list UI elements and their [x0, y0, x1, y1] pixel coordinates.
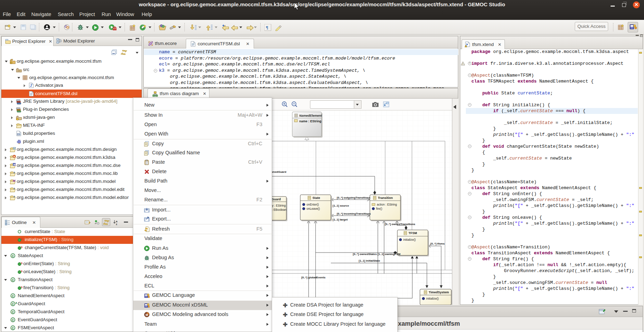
svg-text:Transition: Transition [378, 196, 393, 200]
svg-text:[1..1] target: [1..1] target [333, 218, 348, 221]
svg-text:C: C [12, 294, 14, 298]
svg-text:!: ! [466, 45, 466, 47]
svg-text:S: S [21, 246, 23, 249]
svg-text:M: M [14, 163, 16, 166]
svg-text:J: J [13, 187, 15, 190]
svg-text:onLeave(): onLeave() [307, 207, 320, 210]
svg-text:initialize(): initialize() [426, 297, 439, 300]
svg-text:[0..*] globalEvents: [0..*] globalEvents [301, 276, 326, 279]
svg-text:S: S [21, 286, 23, 289]
svg-text:C: C [12, 302, 14, 306]
svg-text:k: k [14, 155, 15, 158]
svg-text:C: C [12, 254, 14, 258]
svg-text:!: ! [11, 62, 11, 64]
svg-text:M: M [13, 179, 16, 183]
svg-text:State: State [312, 196, 320, 200]
svg-text:C: C [12, 318, 14, 322]
svg-text:[0..*] outgoingTransitions: [0..*] outgoingTransitions [337, 196, 371, 199]
svg-text:S: S [21, 262, 23, 265]
svg-text:[1..1] initialState: [1..1] initialState [359, 259, 380, 262]
svg-text:M: M [146, 313, 148, 316]
svg-text:C: C [12, 278, 14, 282]
svg-text:[0..*] ownedTransitions: [0..*] ownedTransitions [385, 223, 415, 226]
svg-text:fire(): fire() [376, 207, 382, 210]
svg-text:name : EString: name : EString [299, 119, 321, 123]
svg-text:NamedElement: NamedElement [299, 114, 322, 117]
svg-text:C: C [12, 326, 14, 330]
svg-text:!: ! [462, 62, 463, 65]
svg-text:[0..*] incomingTransitions: [0..*] incomingTransitions [337, 212, 371, 215]
svg-text:S: S [21, 270, 23, 273]
svg-text:initialize(): initialize() [403, 238, 416, 241]
svg-text:z: z [116, 223, 117, 225]
svg-text:C: C [12, 310, 14, 314]
svg-text:action : EString: action : EString [377, 203, 397, 206]
svg-text:S: S [21, 238, 23, 241]
svg-text:TimedSystem: TimedSystem [429, 291, 449, 294]
svg-text:[1..1] source: [1..1] source [333, 204, 349, 207]
svg-text:[0..*] tfsms: [0..*] tfsms [430, 242, 445, 245]
svg-text:[0..*] ownedStates [1..1] owni: [0..*] ownedStates [1..1] owningFSM [353, 253, 400, 256]
svg-text:J: J [13, 171, 15, 174]
svg-text:J: J [13, 195, 15, 198]
svg-text:onEnter(): onEnter() [307, 203, 319, 206]
svg-text:J: J [30, 84, 32, 87]
svg-text:010: 010 [17, 133, 21, 135]
svg-text:TFSM: TFSM [408, 231, 417, 235]
svg-text:A: A [15, 301, 17, 304]
svg-text:¶: ¶ [266, 25, 268, 30]
